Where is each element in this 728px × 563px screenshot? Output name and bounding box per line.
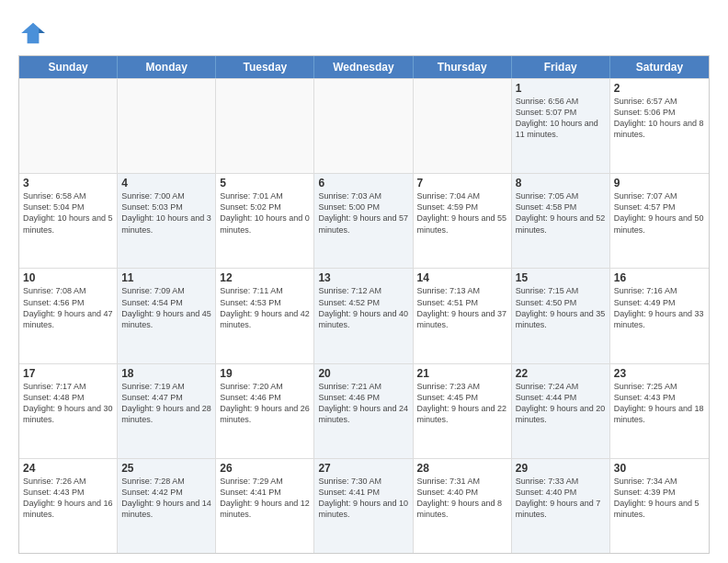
calendar-cell: 29Sunrise: 7:33 AM Sunset: 4:40 PM Dayli…	[512, 459, 610, 553]
calendar-cell: 13Sunrise: 7:12 AM Sunset: 4:52 PM Dayli…	[314, 269, 413, 362]
cell-details: Sunrise: 7:07 AM Sunset: 4:57 PM Dayligh…	[614, 190, 705, 236]
day-number: 19	[220, 367, 310, 380]
cell-details: Sunrise: 7:01 AM Sunset: 5:02 PM Dayligh…	[220, 190, 310, 236]
day-number: 1	[516, 82, 606, 95]
calendar-cell: 15Sunrise: 7:15 AM Sunset: 4:50 PM Dayli…	[512, 269, 610, 362]
day-number: 2	[614, 82, 705, 95]
day-number: 13	[318, 271, 408, 284]
calendar-cell: 11Sunrise: 7:09 AM Sunset: 4:54 PM Dayli…	[118, 269, 216, 362]
calendar-row-1: 1Sunrise: 6:56 AM Sunset: 5:07 PM Daylig…	[19, 78, 709, 173]
cell-details: Sunrise: 7:16 AM Sunset: 4:49 PM Dayligh…	[614, 285, 705, 330]
calendar-body: 1Sunrise: 6:56 AM Sunset: 5:07 PM Daylig…	[19, 78, 709, 553]
calendar-cell	[118, 79, 216, 173]
cell-details: Sunrise: 7:12 AM Sunset: 4:52 PM Dayligh…	[318, 285, 408, 330]
calendar-cell	[314, 79, 413, 173]
cell-details: Sunrise: 7:34 AM Sunset: 4:39 PM Dayligh…	[614, 476, 705, 521]
cell-details: Sunrise: 7:13 AM Sunset: 4:51 PM Dayligh…	[417, 285, 507, 330]
day-number: 14	[417, 271, 507, 284]
calendar-row-3: 10Sunrise: 7:08 AM Sunset: 4:56 PM Dayli…	[19, 268, 709, 362]
calendar-cell: 30Sunrise: 7:34 AM Sunset: 4:39 PM Dayli…	[610, 459, 709, 553]
cell-details: Sunrise: 7:15 AM Sunset: 4:50 PM Dayligh…	[516, 285, 606, 330]
cell-details: Sunrise: 7:23 AM Sunset: 4:45 PM Dayligh…	[417, 381, 507, 426]
day-number: 3	[23, 177, 113, 190]
calendar-cell: 12Sunrise: 7:11 AM Sunset: 4:53 PM Dayli…	[216, 269, 314, 362]
cell-details: Sunrise: 7:04 AM Sunset: 4:59 PM Dayligh…	[417, 190, 507, 236]
calendar-cell	[414, 79, 512, 173]
day-number: 28	[417, 462, 507, 475]
cell-details: Sunrise: 6:57 AM Sunset: 5:06 PM Dayligh…	[614, 96, 705, 141]
day-number: 10	[23, 271, 113, 284]
header-sunday: Sunday	[19, 56, 118, 78]
day-number: 21	[417, 367, 507, 380]
calendar-cell: 8Sunrise: 7:05 AM Sunset: 4:58 PM Daylig…	[512, 174, 610, 268]
cell-details: Sunrise: 7:20 AM Sunset: 4:46 PM Dayligh…	[220, 381, 310, 426]
page: Sunday Monday Tuesday Wednesday Thursday…	[0, 0, 728, 563]
day-number: 26	[220, 462, 310, 475]
cell-details: Sunrise: 7:09 AM Sunset: 4:54 PM Dayligh…	[121, 285, 211, 330]
cell-details: Sunrise: 6:56 AM Sunset: 5:07 PM Dayligh…	[516, 96, 606, 141]
day-number: 16	[614, 271, 705, 284]
day-number: 27	[318, 462, 408, 475]
cell-details: Sunrise: 7:00 AM Sunset: 5:03 PM Dayligh…	[121, 190, 211, 236]
cell-details: Sunrise: 7:17 AM Sunset: 4:48 PM Dayligh…	[23, 381, 113, 426]
calendar-cell: 22Sunrise: 7:24 AM Sunset: 4:44 PM Dayli…	[512, 364, 610, 458]
cell-details: Sunrise: 7:19 AM Sunset: 4:47 PM Dayligh…	[121, 381, 211, 426]
calendar-cell	[216, 79, 314, 173]
cell-details: Sunrise: 7:30 AM Sunset: 4:41 PM Dayligh…	[318, 476, 408, 521]
day-number: 22	[516, 367, 606, 380]
day-number: 29	[516, 462, 606, 475]
cell-details: Sunrise: 7:31 AM Sunset: 4:40 PM Dayligh…	[417, 476, 507, 521]
calendar-cell: 21Sunrise: 7:23 AM Sunset: 4:45 PM Dayli…	[414, 364, 512, 458]
calendar-cell: 18Sunrise: 7:19 AM Sunset: 4:47 PM Dayli…	[118, 364, 216, 458]
calendar-row-2: 3Sunrise: 6:58 AM Sunset: 5:04 PM Daylig…	[19, 173, 709, 268]
cell-details: Sunrise: 7:33 AM Sunset: 4:40 PM Dayligh…	[516, 476, 606, 521]
calendar-header: Sunday Monday Tuesday Wednesday Thursday…	[19, 56, 709, 78]
day-number: 7	[417, 177, 507, 190]
header-wednesday: Wednesday	[314, 56, 413, 78]
day-number: 9	[614, 177, 705, 190]
header	[18, 15, 710, 48]
day-number: 11	[121, 271, 211, 284]
day-number: 23	[614, 367, 705, 380]
calendar-row-5: 24Sunrise: 7:26 AM Sunset: 4:43 PM Dayli…	[19, 458, 709, 553]
day-number: 17	[23, 367, 113, 380]
calendar-cell: 3Sunrise: 6:58 AM Sunset: 5:04 PM Daylig…	[19, 174, 118, 268]
cell-details: Sunrise: 7:08 AM Sunset: 4:56 PM Dayligh…	[23, 285, 113, 330]
cell-details: Sunrise: 7:28 AM Sunset: 4:42 PM Dayligh…	[121, 476, 211, 521]
day-number: 5	[220, 177, 310, 190]
calendar-cell: 27Sunrise: 7:30 AM Sunset: 4:41 PM Dayli…	[314, 459, 413, 553]
cell-details: Sunrise: 7:25 AM Sunset: 4:43 PM Dayligh…	[614, 381, 705, 426]
logo-icon	[18, 18, 48, 48]
calendar-cell: 7Sunrise: 7:04 AM Sunset: 4:59 PM Daylig…	[414, 174, 512, 268]
calendar-cell: 19Sunrise: 7:20 AM Sunset: 4:46 PM Dayli…	[216, 364, 314, 458]
header-tuesday: Tuesday	[216, 56, 314, 78]
day-number: 30	[614, 462, 705, 475]
day-number: 8	[516, 177, 606, 190]
header-saturday: Saturday	[610, 56, 709, 78]
header-friday: Friday	[512, 56, 610, 78]
calendar-row-4: 17Sunrise: 7:17 AM Sunset: 4:48 PM Dayli…	[19, 363, 709, 458]
day-number: 18	[121, 367, 211, 380]
calendar-cell: 5Sunrise: 7:01 AM Sunset: 5:02 PM Daylig…	[216, 174, 314, 268]
day-number: 12	[220, 271, 310, 284]
cell-details: Sunrise: 7:11 AM Sunset: 4:53 PM Dayligh…	[220, 285, 310, 330]
cell-details: Sunrise: 7:29 AM Sunset: 4:41 PM Dayligh…	[220, 476, 310, 521]
calendar-cell: 2Sunrise: 6:57 AM Sunset: 5:06 PM Daylig…	[610, 79, 709, 173]
header-monday: Monday	[118, 56, 216, 78]
cell-details: Sunrise: 6:58 AM Sunset: 5:04 PM Dayligh…	[23, 190, 113, 236]
cell-details: Sunrise: 7:05 AM Sunset: 4:58 PM Dayligh…	[516, 190, 606, 236]
day-number: 4	[121, 177, 211, 190]
calendar-cell: 23Sunrise: 7:25 AM Sunset: 4:43 PM Dayli…	[610, 364, 709, 458]
calendar-cell: 17Sunrise: 7:17 AM Sunset: 4:48 PM Dayli…	[19, 364, 118, 458]
calendar-cell: 20Sunrise: 7:21 AM Sunset: 4:46 PM Dayli…	[314, 364, 413, 458]
calendar-cell: 6Sunrise: 7:03 AM Sunset: 5:00 PM Daylig…	[314, 174, 413, 268]
calendar-cell: 16Sunrise: 7:16 AM Sunset: 4:49 PM Dayli…	[610, 269, 709, 362]
calendar-cell: 28Sunrise: 7:31 AM Sunset: 4:40 PM Dayli…	[414, 459, 512, 553]
calendar-cell: 1Sunrise: 6:56 AM Sunset: 5:07 PM Daylig…	[512, 79, 610, 173]
calendar-cell: 4Sunrise: 7:00 AM Sunset: 5:03 PM Daylig…	[118, 174, 216, 268]
day-number: 24	[23, 462, 113, 475]
calendar-cell: 14Sunrise: 7:13 AM Sunset: 4:51 PM Dayli…	[414, 269, 512, 362]
calendar: Sunday Monday Tuesday Wednesday Thursday…	[18, 55, 710, 554]
day-number: 25	[121, 462, 211, 475]
cell-details: Sunrise: 7:03 AM Sunset: 5:00 PM Dayligh…	[318, 190, 408, 236]
